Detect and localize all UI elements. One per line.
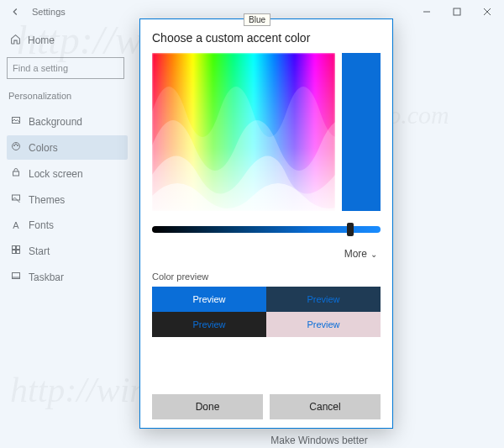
sidebar-item-label: Lock screen [29,168,83,180]
done-button[interactable]: Done [152,394,263,419]
svg-point-7 [15,144,16,145]
preview-swatch-dark2: Preview [152,312,266,337]
svg-rect-11 [13,246,16,250]
hue-preview-column[interactable] [342,53,381,211]
window-title: Settings [32,7,66,17]
close-button[interactable] [472,0,502,24]
preview-swatch-dark1: Preview [266,287,381,312]
fonts-icon: A [10,219,22,231]
taskbar-icon [10,271,22,283]
home-label: Home [28,34,55,46]
palette-icon [10,141,22,154]
sidebar-item-label: Colors [29,142,58,154]
sidebar-item-themes[interactable]: Themes [7,187,128,212]
start-icon [10,245,22,257]
more-toggle[interactable]: More⌄ [152,248,381,260]
search-input[interactable] [7,57,124,79]
value-slider[interactable] [152,226,381,241]
dialog-title: Choose a custom accent color [152,31,381,45]
preview-swatch-subtle: Preview [266,312,381,337]
color-field[interactable] [152,53,335,211]
preview-grid: Preview Preview Preview Preview [152,287,381,337]
svg-rect-14 [17,250,20,254]
section-label: Personalization [8,91,128,101]
svg-rect-12 [17,246,20,250]
svg-rect-1 [454,8,460,15]
color-picker-dialog: Choose a custom accent color More⌄ Color [139,18,393,429]
slider-thumb[interactable] [347,223,354,236]
nav-list: Background Colors Lock screen Themes [7,109,128,289]
chevron-down-icon: ⌄ [370,250,377,259]
sidebar-item-taskbar[interactable]: Taskbar [7,265,128,289]
preview-swatch-light-accent: Preview [152,287,266,312]
minimize-button[interactable] [412,0,442,24]
sidebar-item-label: Taskbar [29,271,64,283]
home-icon [10,34,21,47]
picture-icon [10,115,22,128]
search-box[interactable] [7,57,128,79]
color-tooltip: Blue [244,13,270,26]
sidebar-item-start[interactable]: Start [7,239,128,263]
preview-label: Color preview [152,271,381,282]
sidebar-item-fonts[interactable]: A Fonts [7,213,128,237]
sidebar-item-label: Background [29,116,82,128]
svg-point-6 [13,145,14,145]
svg-point-8 [17,145,18,145]
more-label: More [344,248,367,260]
home-link[interactable]: Home [7,29,128,52]
svg-rect-13 [13,250,16,254]
sidebar-item-label: Themes [29,194,65,206]
cancel-button[interactable]: Cancel [270,394,381,419]
sidebar-item-lock-screen[interactable]: Lock screen [7,161,128,186]
sidebar-item-label: Start [29,245,50,257]
footer-hint: Make Windows better [270,435,367,446]
back-button[interactable] [7,3,24,20]
sidebar-item-colors[interactable]: Colors [7,135,128,160]
lock-icon [10,167,22,180]
svg-rect-9 [13,171,19,176]
sidebar: Home Personalization Background Colors [0,24,134,448]
sidebar-item-label: Fonts [29,219,54,231]
themes-icon [10,193,22,206]
sidebar-item-background[interactable]: Background [7,109,128,134]
settings-window: Settings Home Personalization [0,0,504,448]
maximize-button[interactable] [442,0,472,24]
